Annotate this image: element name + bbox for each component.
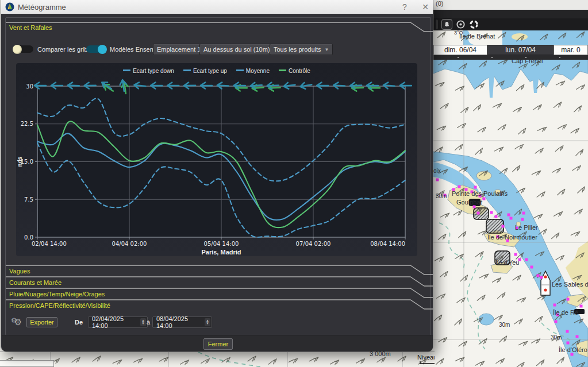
zoom-scale-label: Niveau zoom 85 NM: [417, 354, 435, 361]
x-tick-label: 04/04 02:00: [112, 241, 147, 247]
timeline-day-mon-selected[interactable]: lun. 07/04: [487, 45, 554, 55]
shoal-30m: [479, 314, 494, 325]
grib-counter: (0): [436, 0, 443, 7]
section-header-currents[interactable]: Courants et Marée: [9, 279, 62, 286]
waypoint-marker: [567, 298, 570, 301]
date-from-stepper[interactable]: ▲▼: [140, 318, 146, 326]
help-button[interactable]: ?: [398, 1, 412, 13]
dropdown-products[interactable]: Tous les produits▼: [270, 44, 333, 55]
date-to-input[interactable]: 08/04/2025 14:00 ▲▼: [152, 316, 212, 328]
toolbar-edge-icon: [436, 20, 438, 29]
dialog-titlebar[interactable]: Météogramme ? ✕: [1, 0, 433, 14]
date-from-input[interactable]: 02/04/2025 14:00 ▲▼: [88, 316, 148, 328]
section-header-pressure[interactable]: Pression/CAPE/Réflectivité/Visibilité: [9, 302, 110, 309]
waypoint-marker: [436, 179, 439, 181]
loading-spinner-icon: [469, 20, 479, 29]
settings-gears-icon[interactable]: ⚙⚙: [11, 315, 25, 325]
waypoint-marker: [522, 212, 525, 215]
zone-hatched: [486, 219, 504, 233]
waypoint-marker: [490, 211, 493, 214]
waypoint-marker: [521, 218, 524, 221]
chevron-down-icon: ▼: [325, 47, 329, 52]
x-axis-label: Paris, Madrid: [201, 249, 241, 256]
map-label: Île d'Yeu: [495, 259, 519, 266]
wind-chart-panel: Ecart type downEcart type upMoyenneContr…: [16, 63, 417, 256]
y-tick-label: 7.5: [24, 196, 33, 203]
waypoint-marker: [477, 212, 480, 215]
map-label: Île de Bréhat: [459, 33, 495, 40]
map-toolbar: [433, 18, 588, 30]
x-tick-label: 08/04 14:00: [370, 241, 405, 247]
map-label: Pointe des Poulains: [452, 190, 508, 197]
forecast-timeline: dim. 06/04 lun. 07/04 mar. 0: [433, 45, 588, 55]
legend-item[interactable]: Ecart type up: [183, 68, 227, 74]
waypoint-marker: [576, 335, 579, 338]
waypoint-marker: [566, 330, 569, 333]
map-bottom-strip[interactable]: 3 000mNiveau zoom 85 NM: [0, 350, 435, 367]
timeline-ticks[interactable]: [433, 55, 588, 60]
toolbar-spacer: [433, 10, 588, 18]
waypoint-marker: [508, 214, 510, 217]
timeline-day-tue[interactable]: mar. 0: [554, 45, 588, 55]
map-label: 30m: [499, 322, 510, 328]
map-label: Île de Ré: [552, 309, 578, 316]
alarm-bell-icon[interactable]: [441, 19, 452, 30]
section-header-wind[interactable]: Vent et Rafales: [9, 24, 52, 31]
waypoint-marker: [555, 320, 558, 323]
waypoint-marker: [571, 353, 574, 356]
wind-chart: 0.07.515.022.53002/04 14:0004/04 02:0005…: [16, 63, 417, 256]
waypoint-marker: [537, 275, 540, 277]
legend-item[interactable]: Contrôle: [279, 68, 310, 74]
date-to-label: à: [147, 319, 150, 326]
legend-item[interactable]: Ecart type down: [123, 68, 174, 74]
waypoint-marker: [525, 258, 528, 261]
timeline-day-sun[interactable]: dim. 06/04: [433, 45, 487, 55]
date-from-label: De: [75, 319, 83, 326]
dialog-title: Météogramme: [18, 3, 66, 11]
export-button[interactable]: Exporter: [26, 317, 57, 327]
app-logo-icon: [5, 2, 14, 11]
map-label: oix: [433, 168, 441, 174]
toggle-compare-gribs[interactable]: Comparer les gribs: [14, 45, 91, 55]
fermer-button[interactable]: Fermer: [203, 338, 233, 350]
waypoint-marker: [495, 215, 498, 218]
meteogram-dialog: Météogramme ? ✕ Vent et Rafales Comparer…: [1, 0, 433, 351]
section-header-waves[interactable]: Vagues: [9, 268, 30, 275]
waypoint-marker: [502, 225, 505, 228]
screen: 3°OÎle de BréhatCap Fréheloix30mPointe d…: [0, 0, 588, 367]
map-label: Île d'Oléro: [558, 346, 587, 353]
map-label: 30m: [436, 193, 447, 199]
map-label: 30m: [551, 334, 562, 341]
y-tick-label: 22.5: [21, 121, 33, 127]
date-to-stepper[interactable]: ▲▼: [205, 318, 210, 326]
map-corner-box: [0, 360, 54, 367]
x-tick-label: 05/04 14:00: [204, 241, 239, 247]
map-label: Le Pilier: [515, 224, 538, 231]
waypoint-marker: [567, 342, 570, 345]
map-label: Goulphar: [456, 199, 483, 206]
record-target-icon[interactable]: [456, 20, 466, 29]
waypoint-marker: [483, 198, 486, 200]
close-button[interactable]: ✕: [418, 1, 432, 13]
waypoint-marker: [514, 253, 517, 256]
y-axis-label: nds: [17, 156, 23, 167]
section-header-rain[interactable]: Pluie/Nuages/Temp/Neige/Orages: [9, 291, 105, 298]
legend-item[interactable]: Moyenne: [236, 68, 270, 74]
waypoint-marker: [531, 266, 533, 269]
toggle-ensemble-models[interactable]: Modèles Ensemble: [86, 45, 164, 55]
waypoint-marker: [510, 217, 513, 220]
map-label: Île de Noirmoutier: [487, 234, 537, 241]
waypoint-marker: [473, 206, 476, 208]
chart-legend: Ecart type downEcart type upMoyenneContr…: [16, 68, 417, 74]
waypoint-marker: [580, 305, 583, 308]
x-tick-label: 07/04 02:00: [296, 241, 331, 247]
map-label: Les Sables d: [552, 281, 588, 288]
y-tick-label: 30: [26, 83, 33, 90]
brehat-island: [512, 33, 528, 40]
waypoint-marker: [554, 304, 556, 307]
waypoint-marker: [458, 186, 461, 188]
y-tick-label: 0.0: [24, 234, 33, 241]
waypoint-marker: [474, 186, 477, 189]
x-tick-label: 02/04 14:00: [32, 241, 67, 247]
grib-counter-strip: (0): [433, 0, 588, 10]
